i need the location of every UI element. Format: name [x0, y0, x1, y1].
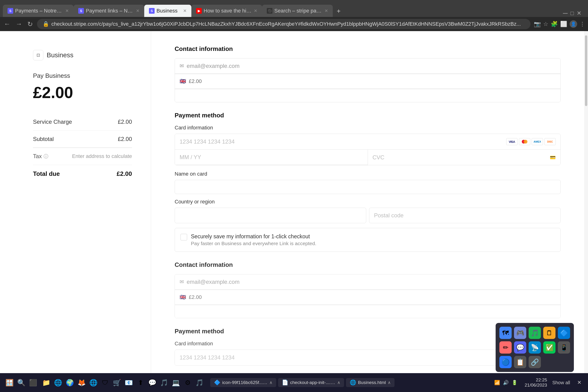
windows-start-button[interactable]: 🪟: [5, 378, 14, 387]
email-icon: ✉: [180, 63, 184, 69]
total-due-amount: £2.00: [117, 170, 132, 178]
email-field[interactable]: ✉ email@example.com: [175, 58, 561, 74]
postal-code-field[interactable]: Postal code: [369, 208, 561, 223]
html-close[interactable]: ∧: [388, 380, 391, 385]
country-postal-row: Postal code: [175, 208, 561, 223]
tray-bluetooth-icon[interactable]: 🔵: [499, 356, 512, 368]
back-button[interactable]: ←: [3, 19, 11, 29]
profile-icon[interactable]: 👤: [570, 20, 577, 28]
save-info-checkbox[interactable]: [180, 234, 187, 240]
taskbar-settings-icon[interactable]: ⚙: [182, 378, 193, 388]
tray-notes-icon[interactable]: 🗒: [543, 327, 556, 339]
show-all-label[interactable]: Show all: [550, 380, 572, 386]
scrollbar[interactable]: [584, 31, 588, 392]
taskbar-discord-icon[interactable]: 💬: [147, 378, 157, 388]
css1-label: icon-99f116bc625f....css: [222, 380, 267, 385]
css2-close[interactable]: ∧: [337, 380, 340, 385]
tray-discord-icon[interactable]: 💬: [514, 341, 526, 354]
tray-telegram-icon[interactable]: 📡: [529, 341, 541, 354]
taskbar-item-css1[interactable]: 🔷 icon-99f116bc625f....css ∧: [210, 378, 276, 387]
tray-game-icon[interactable]: 🎮: [514, 327, 526, 339]
taskbar-item-html[interactable]: 🌐 Business.html ∧: [346, 378, 395, 387]
browser-tab-1[interactable]: S Payments – Notreadyyet – Stripe ✕: [3, 5, 73, 17]
contact-info-section: Contact information ✉ email@example.com …: [175, 45, 561, 102]
browser-tab-3[interactable]: S Business ✕: [144, 5, 191, 17]
name-on-card-field[interactable]: [175, 180, 561, 194]
browser-tab-2[interactable]: S Payment links – Notreadyyet – St... ✕: [73, 5, 144, 17]
taskbar-item-css2[interactable]: 📄 checkout-app-init-....css ∧: [278, 378, 344, 387]
toolbar-icons: 📷 ☆ 🧩 ⬜ 👤 ⋮: [534, 20, 585, 28]
taskbar-taskview-icon[interactable]: ⬛: [28, 378, 38, 387]
subtotal-amount: £2.00: [118, 136, 132, 142]
taskbar-edge-icon[interactable]: 🌐: [53, 378, 63, 388]
country-field[interactable]: [175, 208, 366, 223]
taskbar-explorer-icon[interactable]: 📁: [41, 378, 51, 388]
maximize-button[interactable]: □: [571, 10, 574, 16]
tab-close-5[interactable]: ✕: [325, 8, 328, 14]
taskbar-spotify2-icon[interactable]: 🎵: [194, 378, 205, 388]
taskbar-filezilla-icon[interactable]: ⬆: [135, 378, 146, 388]
tray-maps-icon[interactable]: 🗺: [499, 327, 512, 339]
tab-close-4[interactable]: ✕: [254, 8, 257, 14]
phone-input-field-2[interactable]: [175, 305, 561, 318]
app-tray: 🗺 🎮 🎵 🗒 🔷 ✏ 💬 📡 ✅ 📱 🔵 📋 🔗: [496, 323, 574, 372]
tray-edit-icon[interactable]: ✏: [499, 341, 512, 354]
discover-icon: DISC: [545, 138, 556, 145]
css1-close[interactable]: ∧: [269, 380, 272, 385]
taskbar-search-icon[interactable]: 🔍: [16, 378, 26, 387]
save-info-box[interactable]: Securely save my information for 1-click…: [175, 228, 561, 252]
phone-field[interactable]: 🇬🇧 £2.00: [175, 74, 561, 89]
tray-teams-icon[interactable]: 🔷: [558, 327, 570, 339]
taskbar-chrome-icon[interactable]: 🌍: [64, 378, 75, 388]
tray-phone-icon[interactable]: 📱: [558, 341, 570, 354]
taskbar-chrome2-icon[interactable]: 🌐: [88, 378, 98, 388]
tab-close-3[interactable]: ✕: [183, 8, 187, 14]
menu-icon[interactable]: ⋮: [580, 21, 585, 27]
expiry-field[interactable]: MM / YY: [175, 150, 368, 165]
tray-battery-icon[interactable]: 🔋: [512, 380, 518, 386]
camera-icon[interactable]: 📷: [534, 21, 541, 27]
browser-tab-4[interactable]: ▶ How to save the highlighted par... ✕: [191, 5, 262, 17]
tab-favicon-1: S: [7, 8, 13, 14]
tab-close-1[interactable]: ✕: [65, 8, 69, 14]
tray-check-icon[interactable]: ✅: [543, 341, 556, 354]
extensions-icon[interactable]: 🧩: [551, 21, 558, 27]
taskbar-firefox-icon[interactable]: 🦊: [76, 378, 87, 388]
css1-icon: 🔷: [214, 380, 220, 386]
card-number-field[interactable]: 1234 1234 1234 1234 VISA AMEX DISC: [175, 134, 561, 150]
tray-spotify-icon[interactable]: 🎵: [529, 327, 541, 339]
business-logo: ⊡ Business: [33, 50, 132, 60]
new-tab-button[interactable]: +: [333, 5, 345, 17]
tabs-bar: S Payments – Notreadyyet – Stripe ✕ S Pa…: [3, 0, 585, 17]
taskbar-mail-icon[interactable]: 📧: [123, 378, 134, 388]
tray-volume-icon[interactable]: 🔊: [503, 380, 509, 386]
browser-tab-5[interactable]: ⚫ Search – stripe page – GitHub ✕: [262, 5, 333, 17]
close-window-button[interactable]: ✕: [577, 10, 582, 16]
taskbar-close-x[interactable]: ✕: [575, 380, 583, 386]
address-bar[interactable]: 🔒 checkout.stripe.com/c/pay/cs_live_a12j…: [37, 19, 531, 29]
pay-label: Pay Business: [33, 72, 132, 80]
taskbar-shield-icon[interactable]: 🛡: [100, 378, 110, 388]
phone-field-2[interactable]: 🇬🇧 £2.00: [175, 290, 561, 305]
system-time[interactable]: 22:25 21/06/2023: [525, 378, 547, 388]
taskbar-terminal-icon[interactable]: 💻: [171, 378, 181, 388]
forward-button[interactable]: →: [14, 19, 23, 29]
taskbar-spotify-icon[interactable]: 🎵: [159, 378, 169, 388]
tray-link-icon[interactable]: 🔗: [529, 356, 541, 368]
taskbar-store-icon[interactable]: 🛒: [112, 378, 122, 388]
payment-method-section: Payment method Card information 1234 123…: [175, 112, 561, 252]
contact-field-group-2: ✉ email@example.com 🇬🇧 £2.00: [175, 274, 561, 318]
tray-window-icon[interactable]: 📋: [514, 356, 526, 368]
tab-close-2[interactable]: ✕: [136, 8, 139, 14]
business-logo-icon: ⊡: [33, 50, 43, 60]
tab-label-5: Search – stripe page – GitHub: [274, 8, 323, 14]
sidebar-icon[interactable]: ⬜: [560, 21, 567, 27]
cvc-field[interactable]: CVC 💳: [368, 150, 561, 165]
star-icon[interactable]: ☆: [543, 21, 549, 27]
tab-label-1: Payments – Notreadyyet – Stripe: [15, 8, 63, 14]
reload-button[interactable]: ↻: [26, 19, 34, 29]
email-field-2[interactable]: ✉ email@example.com: [175, 274, 561, 290]
tray-network-icon[interactable]: 📶: [494, 380, 500, 386]
minimize-button[interactable]: ─: [563, 10, 568, 17]
phone-input-field[interactable]: [175, 89, 561, 102]
